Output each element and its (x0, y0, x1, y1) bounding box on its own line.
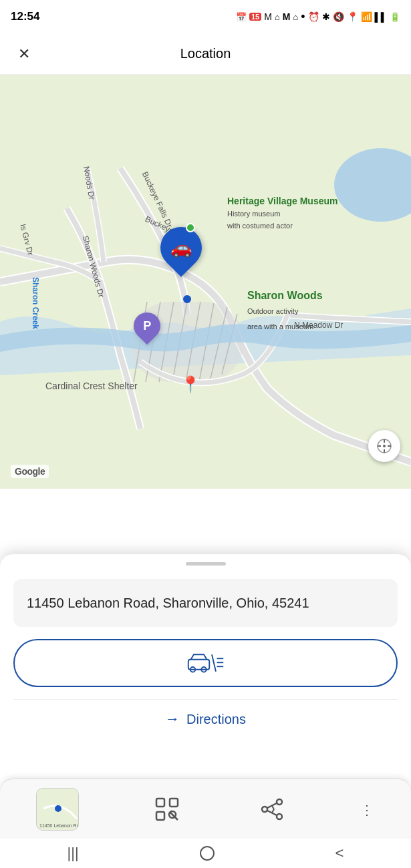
svg-rect-27 (156, 799, 164, 807)
dot-icon: • (301, 10, 305, 24)
svg-line-38 (272, 809, 274, 813)
svg-line-20 (212, 654, 216, 672)
home-button[interactable] (200, 846, 215, 861)
sharon-woods-label: Sharon Woods Outdoor activityarea with a… (247, 288, 323, 333)
share-icon (259, 797, 285, 822)
directions-row[interactable]: → Directions (13, 699, 398, 738)
marker-top-dot (186, 223, 195, 232)
compass-button[interactable] (368, 430, 400, 462)
directions-arrow-icon: → (165, 710, 180, 728)
svg-point-32 (262, 807, 267, 812)
page-title: Location (180, 46, 231, 61)
status-bar: 12:54 📅 15 M ⌂ M ⌂ • ⏰ ✱ 🔇 📍 📶 ▌▌ 🔋 (0, 0, 411, 33)
gesture-bar: ||| < (0, 839, 411, 868)
more-icon: ⋮ (360, 803, 375, 817)
car-directions-button[interactable] (13, 639, 398, 687)
cardinal-crest-pin: 📍 (180, 375, 200, 394)
bottom-nav: 11450 Lebanon Rd ⋮ (0, 779, 411, 839)
home2-icon: ⌂ (293, 12, 298, 22)
svg-point-25 (55, 805, 61, 812)
battery-icon: 🔋 (390, 12, 400, 22)
lens-button[interactable] (150, 793, 184, 826)
svg-point-33 (277, 799, 282, 805)
location-dot (183, 295, 191, 303)
signal-icon: ▌▌ (375, 12, 387, 22)
wifi-icon: 📶 (361, 11, 372, 22)
recent-apps-icon: ||| (67, 845, 78, 861)
notification-icon: 15 (249, 13, 261, 21)
top-bar: ✕ Location (0, 33, 411, 75)
compass-icon (376, 438, 392, 454)
status-time: 12:54 (11, 10, 39, 23)
svg-text:11450 Lebanon Rd: 11450 Lebanon Rd (39, 823, 79, 828)
map-thumbnail[interactable]: 11450 Lebanon Rd (36, 788, 79, 831)
lens-icon (154, 797, 180, 822)
location-icon: 📍 (347, 11, 358, 22)
address-card: 11450 Lebanon Road, Sharonville, Ohio, 4… (13, 579, 398, 627)
car-route-icon (186, 650, 226, 676)
back-icon: < (335, 845, 344, 861)
svg-line-35 (267, 803, 277, 808)
home-icon: ⌂ (275, 12, 280, 22)
calendar-icon: 📅 (236, 12, 247, 22)
heritage-village-label: Heritage Village Museum History museumwi… (227, 195, 337, 232)
more-button[interactable]: ⋮ (360, 799, 375, 819)
home-circle-icon (200, 846, 215, 861)
status-icons: 📅 15 M ⌂ M ⌂ • ⏰ ✱ 🔇 📍 📶 ▌▌ 🔋 (236, 10, 400, 24)
share-button[interactable] (255, 793, 289, 826)
svg-line-30 (170, 812, 178, 820)
mute-icon: 🔇 (333, 11, 344, 22)
close-button[interactable]: ✕ (11, 41, 37, 67)
back-button[interactable]: < (322, 839, 358, 867)
svg-rect-28 (170, 799, 178, 807)
svg-rect-29 (156, 812, 164, 820)
recent-apps-button[interactable]: ||| (53, 839, 92, 867)
svg-point-34 (277, 814, 282, 819)
svg-line-36 (267, 811, 277, 815)
gmail2-icon: M (283, 11, 291, 22)
directions-label: Directions (186, 712, 246, 727)
drag-handle[interactable] (186, 562, 226, 566)
google-logo: Google (11, 465, 49, 478)
svg-line-37 (272, 806, 274, 809)
alarm-icon: ⏰ (308, 11, 319, 22)
sharon-creek-label: Sharon Creek (31, 277, 40, 329)
map-container[interactable]: Noods Dr Buckeye Falls Dr Buckeye F... S… (0, 75, 411, 489)
address-text: 11450 Lebanon Road, Sharonville, Ohio, 4… (27, 596, 309, 610)
bluetooth-icon: ✱ (322, 11, 330, 22)
svg-point-12 (383, 445, 386, 447)
cardinal-crest-label: Cardinal Crest Shelter (45, 381, 138, 391)
gmail-icon: M (264, 11, 272, 22)
